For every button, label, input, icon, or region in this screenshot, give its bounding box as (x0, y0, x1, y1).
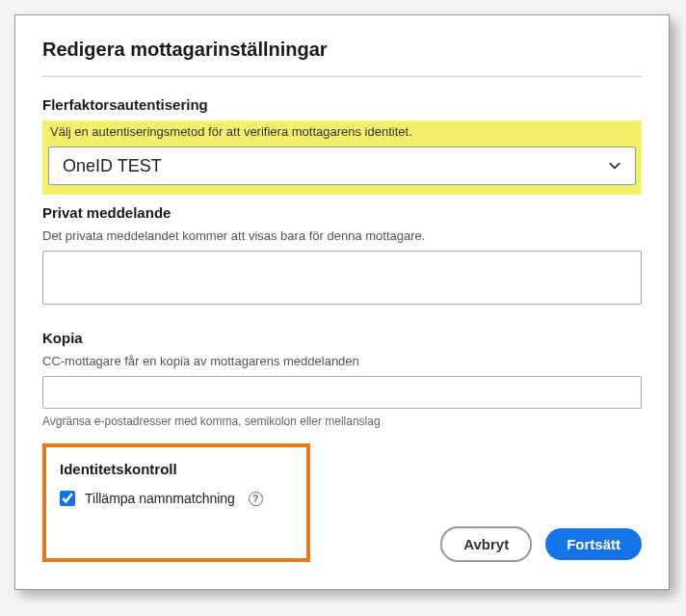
identity-label: Identitetskontroll (60, 461, 293, 477)
identity-check-box: Identitetskontroll Tillämpa namnmatchnin… (42, 443, 310, 562)
name-matching-label: Tillämpa namnmatchning (85, 491, 235, 506)
copy-helper: CC-mottagare får en kopia av mottagarens… (42, 354, 642, 368)
dialog-button-row: Avbryt Fortsätt (440, 526, 642, 562)
name-matching-checkbox[interactable] (60, 491, 75, 506)
dialog-title: Redigera mottagarinställningar (42, 39, 642, 61)
auth-method-select[interactable]: OneID TEST (48, 147, 636, 185)
continue-button[interactable]: Fortsätt (545, 528, 642, 560)
mfa-helper-text: Välj en autentiseringsmetod för att veri… (48, 124, 636, 139)
private-message-label: Privat meddelande (42, 204, 642, 221)
copy-label: Kopia (42, 330, 642, 346)
mfa-highlight-block: Välj en autentiseringsmetod för att veri… (42, 121, 642, 195)
divider (42, 76, 642, 77)
cc-hint: Avgränsa e-postadresser med komma, semik… (42, 415, 642, 428)
auth-method-selected-value: OneID TEST (63, 156, 608, 176)
mfa-section-label: Flerfaktorsautentisering (42, 96, 642, 113)
chevron-down-icon (608, 159, 621, 173)
private-message-input[interactable] (42, 251, 642, 305)
cancel-button[interactable]: Avbryt (440, 526, 532, 562)
cc-input[interactable] (42, 376, 642, 409)
private-message-helper: Det privata meddelandet kommer att visas… (42, 228, 642, 243)
help-icon[interactable]: ? (249, 492, 263, 506)
edit-recipient-settings-dialog: Redigera mottagarinställningar Flerfakto… (14, 14, 670, 590)
name-matching-row: Tillämpa namnmatchning ? (60, 491, 293, 506)
